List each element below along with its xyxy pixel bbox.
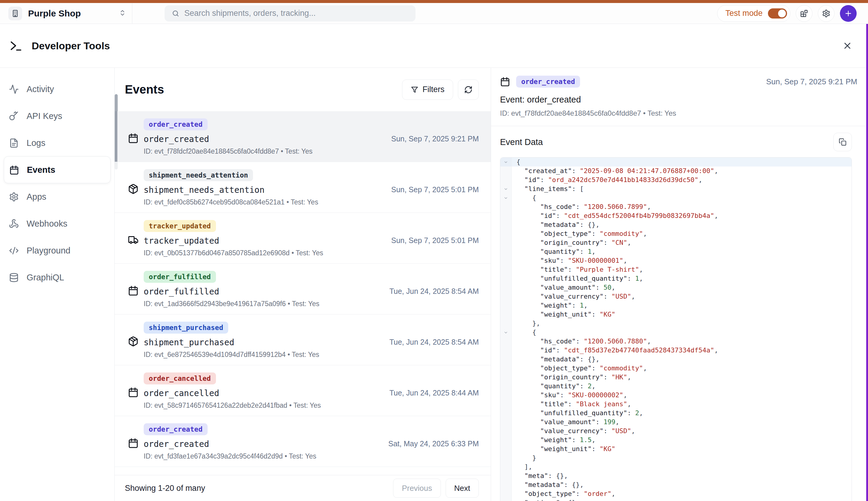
json-line: "weight_unit": "KG" xyxy=(500,445,851,454)
event-type-badge: order_created xyxy=(516,76,580,88)
sidebar-item-label: Playground xyxy=(26,246,70,256)
gutter-cell xyxy=(500,283,512,292)
event-row[interactable]: shipment_needs_attention shipment_needs_… xyxy=(115,162,491,213)
create-new-button[interactable] xyxy=(840,5,857,22)
json-line: "title": "Black jeans", xyxy=(500,399,851,409)
json-code-text: "sku": "SKU-00000002", xyxy=(512,391,627,399)
file-icon xyxy=(9,138,19,148)
gutter-cell xyxy=(500,418,512,427)
json-line: "origin_country": "CN", xyxy=(500,238,851,247)
json-code-text: "id": "ord_a242dc570e7d441bb14833d26d39d… xyxy=(512,175,703,184)
copy-json-button[interactable] xyxy=(833,133,852,151)
event-type-badge: order_created xyxy=(144,423,208,435)
event-type-badge: order_fulfilled xyxy=(144,271,216,283)
event-type-badge: shipment_needs_attention xyxy=(144,169,253,181)
event-row[interactable]: order_created order_created ID: evt_fd3f… xyxy=(115,416,491,467)
gear-icon xyxy=(9,192,19,202)
json-line: "weight_unit": "KG" xyxy=(500,310,851,319)
json-line: "quantity": 2, xyxy=(500,382,851,391)
gutter-cell xyxy=(500,373,512,382)
gutter-cell xyxy=(500,337,512,346)
refresh-button[interactable] xyxy=(458,79,479,100)
sidebar-item-graphiql[interactable]: GraphiQL xyxy=(0,264,114,291)
gutter-cell xyxy=(500,399,512,409)
test-mode-toggle[interactable] xyxy=(768,8,787,19)
json-code-text: }, xyxy=(512,319,540,328)
event-detail-title: Event: order_created xyxy=(500,95,857,105)
event-row[interactable]: shipment_purchased shipment_purchased ID… xyxy=(115,315,491,365)
test-mode-top-stripe xyxy=(0,0,868,3)
gutter-cell xyxy=(500,364,512,373)
json-line: "metadata": {}, xyxy=(500,355,851,364)
json-code-text: ], xyxy=(512,462,532,471)
sidebar-item-playground[interactable]: Playground xyxy=(0,237,114,264)
pagination-actions: Previous Next xyxy=(393,479,479,498)
json-code-text: "weight_unit": "KG" xyxy=(512,445,615,454)
json-code-text: "metadata": {}, xyxy=(512,355,600,364)
event-type-badge: tracker_updated xyxy=(144,220,216,232)
gutter-cell xyxy=(500,382,512,391)
json-line: "sku": "SKU-00000002", xyxy=(500,391,851,399)
event-row[interactable]: tracker_updated tracker_updated ID: evt_… xyxy=(115,213,491,264)
json-line: { xyxy=(500,193,851,202)
workspace-switcher[interactable]: Purple Shop xyxy=(0,3,132,24)
next-button[interactable]: Next xyxy=(446,479,479,498)
gutter-cell xyxy=(500,247,512,256)
json-line: ], xyxy=(500,462,851,471)
sidebar-item-webhooks[interactable]: Webhooks xyxy=(0,210,114,237)
gutter-cell xyxy=(500,265,512,274)
terminal-icon xyxy=(9,39,23,53)
event-type-badge: order_created xyxy=(144,118,208,130)
json-viewer: { "created_at": "2025-09-08 04:21:47.076… xyxy=(500,157,852,501)
gutter-cell xyxy=(500,489,512,498)
package-icon xyxy=(128,336,139,347)
sidebar-item-label: Apps xyxy=(26,192,46,202)
sidebar-item-label: Webhooks xyxy=(26,219,67,229)
json-code-text: "metadata": {}, xyxy=(512,220,600,229)
event-row[interactable]: order_created order_created ID: evt_f78f… xyxy=(115,111,491,162)
json-code-text: "line_items": [ xyxy=(512,184,584,193)
gutter-cell xyxy=(500,202,512,211)
sidebar-item-activity[interactable]: Activity xyxy=(0,76,114,103)
pagination-summary: Showing 1-20 of many xyxy=(125,484,205,493)
close-button[interactable] xyxy=(842,41,853,51)
collapse-toggle[interactable] xyxy=(500,193,512,202)
search-container xyxy=(165,6,416,22)
json-code-text: "object_type": "commodity", xyxy=(512,229,647,238)
search-input[interactable] xyxy=(184,9,399,18)
json-code-text: } xyxy=(512,454,536,462)
settings-button[interactable] xyxy=(818,5,835,22)
json-code-text: "title": "Purple T-shirt", xyxy=(512,265,643,274)
collapse-toggle[interactable] xyxy=(500,184,512,193)
json-code-text: "hs_code": "1200.5060.7880", xyxy=(512,337,651,346)
event-row[interactable]: order_fulfilled order_fulfilled ID: evt_… xyxy=(115,264,491,315)
json-code-text: "unfulfilled_quantity": 2, xyxy=(512,409,643,418)
json-code-text: "value_currency": "USD", xyxy=(512,292,635,301)
json-code-text: "value_amount": 199, xyxy=(512,418,619,427)
previous-button[interactable]: Previous xyxy=(393,479,441,498)
collapse-toggle[interactable] xyxy=(500,328,512,337)
sidebar-item-label: Events xyxy=(27,165,55,175)
sidebar-item-events[interactable]: Events xyxy=(4,156,110,183)
event-type-badge: order_cancelled xyxy=(144,372,216,384)
event-row[interactable]: order_cancelled order_cancelled ID: evt_… xyxy=(115,365,491,416)
json-code-text: "title": "Black jeans", xyxy=(512,399,631,409)
gutter-cell xyxy=(500,346,512,355)
collapse-toggle[interactable] xyxy=(500,158,512,167)
workspace-name: Purple Shop xyxy=(28,8,81,19)
main-area: Activity API Keys Logs Events Apps Webho… xyxy=(0,68,868,501)
json-code-text: "object_type": "commodity", xyxy=(512,364,647,373)
sidebar-item-apps[interactable]: Apps xyxy=(0,183,114,210)
json-line: "object_type": "order", xyxy=(500,489,851,498)
search-bar[interactable] xyxy=(165,6,416,22)
gutter-cell xyxy=(500,229,512,238)
sidebar-item-logs[interactable]: Logs xyxy=(0,129,114,156)
json-line: "id": "cdt_f85d37e2b47740faad528437334df… xyxy=(500,346,851,355)
event-date: Sun, Sep 7, 2025 9:21 PM xyxy=(766,77,857,86)
filters-button[interactable]: Filters xyxy=(402,79,453,100)
event-list: order_created order_created ID: evt_f78f… xyxy=(115,111,491,467)
sidebar-item-api-keys[interactable]: API Keys xyxy=(0,103,114,129)
package-icon xyxy=(128,183,139,194)
json-line: "meta": {}, xyxy=(500,471,851,480)
apps-grid-button[interactable] xyxy=(796,5,812,22)
